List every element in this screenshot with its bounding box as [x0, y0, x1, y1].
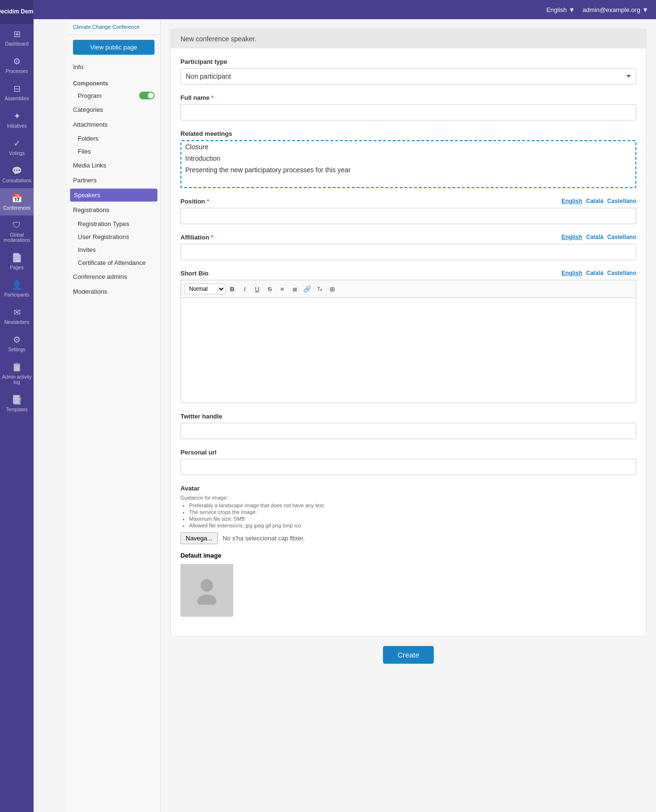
sidebar-subitem-user-registrations[interactable]: User Registrations — [67, 230, 160, 243]
sidebar-subitem-files[interactable]: Files — [67, 145, 160, 158]
affiliation-lang-castellano[interactable]: Castellano — [607, 234, 636, 240]
short-bio-lang-catala[interactable]: Català — [586, 270, 603, 276]
sidebar-item-speakers[interactable]: Speakers — [70, 189, 157, 202]
admin-activity-log-icon: 📋 — [12, 362, 22, 372]
avatar-file-button[interactable]: Navega... — [180, 532, 218, 544]
richtext-format-select[interactable]: Normal Heading 1 Heading 2 Heading 3 — [185, 284, 226, 294]
svg-point-0 — [201, 579, 213, 592]
sidebar-item-admin-activity-log[interactable]: 📋 Admin activity log — [0, 357, 34, 390]
sidebar-item-global-moderations[interactable]: 🛡 Global moderations — [0, 215, 34, 248]
language-selector[interactable]: English ▼ — [546, 6, 575, 13]
create-button-area: Create — [170, 636, 646, 673]
short-bio-group: Short Bio English Català Castellano Norm… — [180, 270, 636, 403]
consultations-icon: 💬 — [12, 166, 22, 176]
sidebar-item-settings[interactable]: ⚙ Settings — [0, 330, 34, 357]
richtext-code-button[interactable]: T₂ — [314, 283, 325, 295]
sidebar-item-categories[interactable]: Categories — [67, 102, 160, 117]
conferences-icon: 📅 — [12, 193, 22, 203]
sidebar-item-conferences[interactable]: 📅 Conferences — [0, 188, 34, 215]
participants-icon: 👤 — [12, 280, 22, 290]
richtext-toolbar: Normal Heading 1 Heading 2 Heading 3 B I… — [180, 280, 636, 298]
personal-url-input[interactable] — [180, 459, 636, 475]
default-image-label: Default image — [180, 552, 636, 559]
brand[interactable]: Decidim Demo — [0, 0, 34, 24]
sidebar-item-templates[interactable]: 📑 Templates — [0, 390, 34, 417]
sidebar-item-votings[interactable]: ✓ Votings — [0, 133, 34, 161]
richtext-link-button[interactable]: 🔗 — [301, 283, 313, 295]
meeting-option-introduction[interactable]: Introduction — [181, 153, 635, 164]
sidebar-item-initiatives[interactable]: ✦ Initiatives — [0, 106, 34, 133]
richtext-bold-button[interactable]: B — [227, 283, 238, 295]
sidebar-item-partners[interactable]: Partners — [67, 173, 160, 188]
position-input[interactable] — [180, 208, 636, 224]
user-menu[interactable]: admin@example.org ▼ — [583, 6, 648, 13]
sidebar-item-registrations[interactable]: Registrations — [67, 203, 160, 217]
sidebar-item-pages[interactable]: 📄 Pages — [0, 248, 34, 275]
assemblies-icon: ⊟ — [13, 84, 21, 94]
position-lang-tabs: English Català Castellano — [561, 198, 636, 204]
sidebar-item-consultations[interactable]: 💬 Consultations — [0, 161, 34, 188]
participant-type-select[interactable]: Non participant Participant Speaker — [180, 68, 636, 84]
avatar-guidance-item-1: The service crops the image. — [189, 509, 636, 515]
full-name-input[interactable] — [180, 104, 636, 120]
avatar-file-input-wrapper: Navega... No s'ha seleccionat cap fitxer… — [180, 532, 636, 544]
related-meetings-label: Related meetings — [180, 130, 636, 137]
affiliation-lang-english[interactable]: English — [561, 234, 582, 240]
sidebar-subitem-folders[interactable]: Folders — [67, 132, 160, 145]
sidebar-item-processes[interactable]: ⚙ Processes — [0, 51, 34, 79]
short-bio-editor[interactable] — [180, 298, 636, 403]
position-lang-english[interactable]: English — [561, 198, 582, 204]
richtext-strikethrough-button[interactable]: S — [264, 283, 275, 295]
affiliation-input[interactable] — [180, 244, 636, 260]
sidebar-item-assemblies[interactable]: ⊟ Assemblies — [0, 79, 34, 106]
richtext-ul-button[interactable]: ≡ — [276, 283, 288, 295]
richtext-italic-button[interactable]: I — [239, 283, 250, 295]
richtext-table-button[interactable]: ⊞ — [326, 283, 338, 295]
twitter-handle-input[interactable] — [180, 423, 636, 439]
newsletters-icon: ✉ — [13, 307, 21, 318]
initiatives-icon: ✦ — [13, 111, 21, 121]
default-avatar — [180, 564, 233, 617]
sidebar-item-dashboard[interactable]: ⊞ Dashboard — [0, 24, 34, 51]
sidebar-item-moderations[interactable]: Moderations — [67, 284, 160, 299]
avatar-label: Avatar — [180, 485, 636, 492]
topbar: English ▼ admin@example.org ▼ — [34, 0, 656, 19]
meeting-option-presenting[interactable]: Presenting the new participatory process… — [181, 164, 635, 176]
richtext-ol-button[interactable]: ≣ — [289, 283, 300, 295]
full-name-required: * — [211, 94, 214, 101]
sidebar-item-conference-admins[interactable]: Conference admins — [67, 269, 160, 284]
richtext-underline-button[interactable]: U — [251, 283, 263, 295]
breadcrumb: Climate Change Conference — [67, 19, 160, 35]
dashboard-icon: ⊞ — [13, 29, 21, 39]
affiliation-lang-catala[interactable]: Català — [586, 234, 603, 240]
position-lang-castellano[interactable]: Castellano — [607, 198, 636, 204]
twitter-handle-group: Twitter handle — [180, 413, 636, 439]
program-toggle[interactable] — [139, 92, 155, 99]
processes-icon: ⚙ — [13, 56, 21, 67]
avatar-no-file-text: No s'ha seleccionat cap fitxer. — [223, 535, 305, 542]
meeting-option-closure[interactable]: Closure — [181, 141, 635, 153]
affiliation-label: Affiliation * English Català Castellano — [180, 234, 636, 241]
sidebar-item-media-links[interactable]: Media Links — [67, 158, 160, 173]
sidebar-subitem-invites[interactable]: Invites — [67, 243, 160, 256]
sidebar-subitem-registration-types[interactable]: Registration Types — [67, 217, 160, 230]
sidebar-subitem-certificate-of-attendance[interactable]: Certificate of Attendance — [67, 256, 160, 269]
avatar-group: Avatar Guidance for image: Preferably a … — [180, 485, 636, 617]
components-section-label: Components — [67, 76, 160, 89]
position-group: Position * English Català Castellano — [180, 198, 636, 224]
sidebar-item-newsletters[interactable]: ✉ Newsletters — [0, 302, 34, 330]
view-public-page-button[interactable]: View public page — [73, 40, 155, 55]
sidebar-subitem-program[interactable]: Program — [67, 89, 160, 102]
short-bio-lang-english[interactable]: English — [561, 270, 582, 276]
sidebar-item-info[interactable]: Info — [67, 60, 160, 74]
avatar-guidance-item-3: Allowed file extensions: jpg jpeg gif pn… — [189, 523, 636, 528]
sidebar-item-participants[interactable]: 👤 Participants — [0, 275, 34, 302]
short-bio-lang-castellano[interactable]: Castellano — [607, 270, 636, 276]
sidebar-item-attachments[interactable]: Attachments — [67, 117, 160, 132]
related-meetings-select[interactable]: Closure Introduction Presenting the new … — [180, 140, 636, 188]
avatar-guidance-item-2: Maximum file size: 5MB — [189, 516, 636, 522]
create-button[interactable]: Create — [383, 646, 433, 664]
form-card-body: Participant type Non participant Partici… — [171, 48, 646, 636]
pages-icon: 📄 — [12, 252, 22, 263]
position-lang-catala[interactable]: Català — [586, 198, 603, 204]
